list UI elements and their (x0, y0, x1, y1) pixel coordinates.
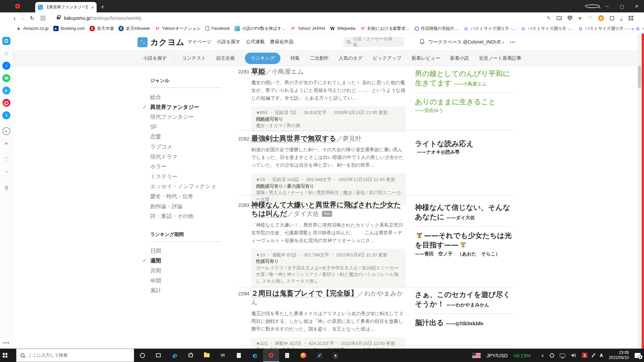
twitter-icon[interactable]: t (2, 111, 10, 119)
cortana-button[interactable] (134, 349, 150, 362)
work-author[interactable]: ／ダイ大佐 (287, 210, 319, 217)
work-title-link[interactable]: 草姫 (251, 67, 265, 75)
start-button[interactable] (0, 349, 16, 362)
url-field[interactable]: kakuyomu.jp/rankings/fantasy/weekly (64, 15, 142, 21)
genre-item[interactable]: ✓異世界ファンタジー (150, 102, 221, 112)
opera-menu-button[interactable] (0, 0, 35, 12)
edit-icon[interactable]: ✎ (546, 15, 551, 21)
task-view-button[interactable] (150, 349, 166, 362)
notepad-taskbar-icon[interactable] (279, 349, 295, 362)
bookmark-item[interactable]: W Wikipedia (327, 26, 358, 31)
genre-item[interactable]: ✓ミステリー (150, 172, 221, 182)
tray-chevron-icon[interactable]: ∧ (541, 353, 544, 358)
extensions-icon[interactable] (610, 16, 614, 20)
subnav-item[interactable]: 特集 (290, 55, 300, 61)
work-tags[interactable]: 魔女 / オカマ / 男の娘 (256, 122, 401, 129)
firefox-taskbar-icon[interactable] (295, 349, 311, 362)
period-item[interactable]: ✓月間 (150, 266, 221, 276)
ie-taskbar-icon[interactable]: e (247, 349, 263, 362)
subnav-item[interactable]: 新着小説 (450, 55, 469, 61)
genre-item[interactable]: ✓SF (150, 122, 221, 132)
easy-setup-icon[interactable] (2, 183, 10, 191)
review-author[interactable]: ——小鳥屋エム (454, 81, 487, 86)
subnav-item[interactable]: 近況ノート新着記事 (479, 55, 522, 61)
review-item[interactable]: 脳汁出る——@tikinkids (415, 318, 515, 327)
genre-item[interactable]: ✓詩・童話・その他 (150, 211, 221, 221)
back-button[interactable]: ‹ (13, 14, 16, 22)
my-flow-plane-icon[interactable]: ✈ (2, 139, 10, 147)
history-icon[interactable]: ◔ (2, 168, 10, 176)
review-author[interactable]: ——わかやまみかん (446, 302, 489, 307)
telegram-icon[interactable]: ➤ (2, 86, 10, 95)
bookmark-item[interactable]: R 楽天市場 (87, 26, 116, 32)
review-author[interactable]: ——@tikinkids (446, 321, 484, 326)
action-center-icon[interactable]: 4 (635, 353, 641, 358)
taskbar-search-input[interactable]: ここに入力して検索 (16, 349, 134, 362)
work-title-link[interactable]: 最強剣士異世界で無双する (251, 134, 336, 142)
header-nav-link[interactable]: 小説を探す (217, 39, 240, 45)
header-nav-link[interactable]: 公式連載 (246, 39, 265, 45)
genre-item[interactable]: ✓エッセイ・ノンフィクション (150, 181, 221, 191)
subnav-item[interactable]: ランキング (245, 53, 280, 64)
messenger-icon[interactable]: ⚡ (2, 62, 10, 70)
work-tags[interactable]: ガールズラブ / 女子高生主人公×女子中学生主人公 / 第28回スニーカー大賞 … (256, 265, 401, 285)
bookmark-item[interactable]: 小説のPV数を伸ばす… (232, 26, 288, 32)
bookmark-item[interactable]: a Amazon.co.jp (13, 26, 51, 31)
work-title-link[interactable]: ２周目は鬼畜プレイで【完全版】 (251, 289, 358, 297)
period-item[interactable]: ✓年間 (150, 276, 221, 286)
subnav-item[interactable]: 自主企画 (216, 55, 235, 61)
subnav-item[interactable]: ピックアップ (373, 55, 401, 61)
window-maximize-button[interactable]: ▢ (614, 4, 629, 9)
bookmark-item[interactable]: Y! Yahoo! JAPAN (288, 26, 328, 31)
genre-item[interactable]: ✓ホラー (150, 162, 221, 172)
genre-item[interactable]: ✓現代ドラマ (150, 152, 221, 162)
browser-tab[interactable]: 「」 【異世界ファンタジー】週間ラン × (35, 2, 97, 12)
my-flow-icon[interactable]: ➤ (577, 14, 583, 22)
subnav-item[interactable]: 小説を探す (143, 55, 167, 61)
site-search-input[interactable]: 小説・ユーザーを検索… (343, 37, 404, 47)
period-item[interactable]: ✓日間 (150, 246, 221, 256)
bookmark-item[interactable]: R 楽天Infoseek (116, 26, 152, 32)
adblock-shield-icon[interactable]: × (568, 15, 572, 21)
work-author[interactable]: ／小鳥屋エム (265, 68, 304, 75)
subnav-item[interactable]: 二次創作 (310, 55, 329, 61)
edge-taskbar-icon[interactable]: e (166, 349, 182, 362)
review-author[interactable]: ——ナオキ@読み専 (417, 149, 460, 155)
bookmark-item[interactable]: Facebook (203, 26, 232, 31)
review-item[interactable]: さぁ、このセカイを遊び尽くそうか！——わかやまみかん (415, 290, 515, 309)
store-taskbar-icon[interactable] (182, 349, 199, 362)
bell-icon[interactable] (419, 38, 425, 46)
workspace-icon[interactable] (2, 37, 10, 45)
amazon-taskbar-icon[interactable]: a (327, 349, 343, 362)
page-scrollbar[interactable] (637, 34, 642, 349)
bookmark-item[interactable]: G バストサイズ測り方 -… (461, 26, 518, 32)
genre-item[interactable]: ✓現代ファンタジー (150, 112, 221, 122)
pinboard-heart-icon[interactable]: ♡ (2, 155, 10, 163)
new-tab-button[interactable]: + (101, 3, 105, 11)
document-taskbar-icon[interactable] (231, 349, 247, 362)
header-more-button[interactable]: … (509, 37, 516, 44)
genre-item[interactable]: ✓恋愛 (150, 132, 221, 142)
currency-pair[interactable]: JPY/USD (486, 353, 507, 358)
bookmarks-overflow-icon[interactable]: » (631, 24, 639, 34)
review-item[interactable]: ありのままに生きること——安佐ゆう (415, 97, 515, 114)
window-minimize-button[interactable]: ─ (600, 4, 614, 9)
genre-item[interactable]: ✓創作論・評論 (150, 201, 221, 212)
pen-tray-icon[interactable] (593, 353, 594, 358)
header-nav-link[interactable]: 書籍化作品 (270, 39, 293, 45)
scrollbar-thumb[interactable] (638, 66, 641, 88)
review-author[interactable]: ——ダイ大佐 (446, 215, 475, 220)
period-item[interactable]: ✓累計 (150, 286, 221, 296)
ime-mode-icon[interactable]: A (600, 353, 603, 358)
window-search-icon[interactable] (585, 4, 600, 9)
instagram-icon[interactable] (2, 99, 10, 107)
account-avatar[interactable]: a (598, 15, 604, 21)
forward-button[interactable]: › (22, 14, 24, 22)
reload-button[interactable]: ↻ (30, 15, 34, 21)
panels-icon[interactable] (629, 16, 633, 20)
review-author[interactable]: ——青田 空ノ子 （あおた そらこ） (415, 251, 515, 257)
update-tray-icon[interactable]: 2 (582, 353, 587, 358)
genre-item[interactable]: ✓ラブコメ (150, 142, 221, 152)
pen-tool-taskbar-icon[interactable] (311, 349, 327, 362)
bookmark-item[interactable]: G バストサイズ測り方 -… (576, 26, 633, 32)
